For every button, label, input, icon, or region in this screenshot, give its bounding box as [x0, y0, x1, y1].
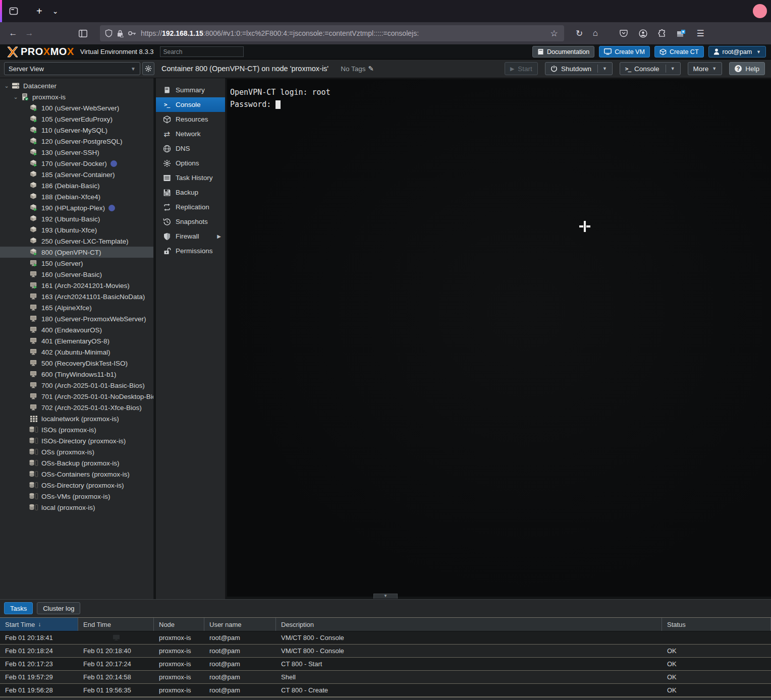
tree-item[interactable]: 800 (OpenVPN-CT)	[0, 247, 153, 258]
tree-item[interactable]: 150 (uServer)	[0, 258, 153, 269]
column-header-status[interactable]: Status	[662, 618, 771, 631]
pve-search-input[interactable]	[160, 46, 244, 57]
menu-item-network[interactable]: ⇄Network	[156, 127, 225, 141]
tree-item[interactable]: 250 (uServer-LXC-Template)	[0, 236, 153, 247]
tab-cluster-log[interactable]: Cluster log	[37, 602, 80, 614]
tree-item[interactable]: ⌄Datacenter	[0, 80, 153, 91]
reload-button[interactable]: ↻	[571, 25, 587, 41]
back-button[interactable]: ←	[5, 25, 21, 41]
create-vm-button[interactable]: Create VM	[599, 46, 650, 57]
profile-avatar[interactable]	[753, 4, 767, 18]
column-header-start-time[interactable]: Start Time↓	[0, 618, 78, 631]
home-button[interactable]: ⌂	[587, 25, 603, 41]
pocket-icon[interactable]	[616, 25, 632, 41]
menu-item-options[interactable]: Options	[156, 156, 225, 170]
menu-item-console[interactable]: >_Console	[156, 97, 225, 112]
tree-item[interactable]: 186 (Debian-Basic)	[0, 180, 153, 191]
expander-collapse-icon[interactable]: ⌄	[3, 83, 10, 89]
menu-item-task-history[interactable]: Task History	[156, 170, 225, 185]
tree-item[interactable]: 165 (AlpineXfce)	[0, 302, 153, 313]
expander-collapse-icon[interactable]: ⌄	[12, 94, 19, 100]
menu-item-resources[interactable]: Resources	[156, 112, 225, 127]
task-row[interactable]: Feb 01 20:17:23Feb 01 20:17:24proxmox-is…	[0, 658, 771, 671]
account-icon[interactable]	[635, 25, 651, 41]
tree-item[interactable]: 161 (Arch-20241201-Movies)	[0, 280, 153, 291]
sidebar-toggle-icon[interactable]	[75, 25, 91, 41]
tree-item[interactable]: 130 (uServer-SSH)	[0, 147, 153, 158]
tree-item[interactable]: local (proxmox-is)	[0, 502, 153, 513]
tree-item[interactable]: 105 (uServerEduProxy)	[0, 113, 153, 125]
chevron-down-icon[interactable]: ▼	[671, 66, 675, 71]
key-icon[interactable]	[128, 30, 137, 36]
tree-item[interactable]: 170 (uServer-Docker)	[0, 158, 153, 169]
tree-item[interactable]: 188 (Debian-Xfce4)	[0, 191, 153, 202]
tree-item[interactable]: 702 (Arch-2025-01-01-Xfce-Bios)	[0, 402, 153, 413]
help-button[interactable]: ? Help	[729, 62, 765, 75]
column-header-description[interactable]: Description	[276, 618, 662, 631]
panel-splitter-handle[interactable]: ▼	[373, 594, 398, 599]
start-button[interactable]: ▶ Start	[505, 62, 538, 75]
tree-item[interactable]: 500 (RecoveryDiskTest-ISO)	[0, 358, 153, 369]
menu-item-snapshots[interactable]: Snapshots	[156, 214, 225, 229]
tree-item[interactable]: 192 (Ubuntu-Basic)	[0, 213, 153, 224]
task-row[interactable]: Feb 01 20:18:41proxmox-isroot@pamVM/CT 8…	[0, 631, 771, 645]
tree-item[interactable]: OSs (proxmox-is)	[0, 446, 153, 457]
tree-item[interactable]: 185 (aServer-Container)	[0, 169, 153, 180]
extensions-puzzle-icon[interactable]	[654, 25, 670, 41]
new-tab-button[interactable]: +	[36, 6, 42, 17]
tree-item[interactable]: 120 (uServer-PostgreSQL)	[0, 136, 153, 147]
forward-button[interactable]: →	[21, 25, 37, 41]
menu-item-replication[interactable]: Replication	[156, 200, 225, 214]
tree-item[interactable]: 700 (Arch-2025-01-01-Basic-Bios)	[0, 380, 153, 391]
url-bar[interactable]: https://192.168.1.15:8006/#v1:0:=lxc%2F8…	[100, 25, 564, 41]
tree-item[interactable]: 160 (uServer-Basic)	[0, 269, 153, 280]
view-selector-dropdown[interactable]: Server View ▼	[4, 62, 140, 75]
tree-settings-button[interactable]	[142, 62, 154, 75]
tree-item[interactable]: 600 (TinyWindows11-b1)	[0, 369, 153, 380]
tree-item[interactable]: OSs-Directory (proxmox-is)	[0, 480, 153, 491]
tree-item[interactable]: 110 (uServer-MySQL)	[0, 125, 153, 136]
menu-item-backup[interactable]: Backup	[156, 185, 225, 200]
task-row[interactable]: Feb 01 19:57:29Feb 01 20:14:58proxmox-is…	[0, 671, 771, 684]
tree-item[interactable]: 180 (uServer-ProxmoxWebServer)	[0, 313, 153, 324]
tree-item[interactable]: 400 (EndeavourOS)	[0, 324, 153, 335]
tree-item[interactable]: OSs-VMs (proxmox-is)	[0, 491, 153, 502]
tree-item[interactable]: ⌄proxmox-is	[0, 91, 153, 102]
tab-list-button[interactable]: ⌄	[52, 7, 59, 15]
tree-item[interactable]: 401 (ElementaryOS-8)	[0, 335, 153, 346]
shield-icon[interactable]	[105, 29, 113, 37]
lock-warning-icon[interactable]	[117, 29, 124, 37]
documentation-button[interactable]: Documentation	[532, 46, 594, 57]
create-ct-button[interactable]: Create CT	[654, 46, 704, 57]
bookmark-star-icon[interactable]: ☆	[549, 25, 559, 41]
tags-area[interactable]: No Tags ✎	[341, 65, 374, 73]
firefox-view-icon[interactable]	[5, 4, 22, 19]
menu-item-summary[interactable]: Summary	[156, 83, 225, 97]
tree-item[interactable]: 190 (HPLaptop-Plex)	[0, 202, 153, 213]
task-row[interactable]: Feb 01 20:18:24Feb 01 20:18:40proxmox-is…	[0, 645, 771, 658]
tree-item[interactable]: 402 (Xubuntu-Minimal)	[0, 346, 153, 358]
edit-tags-pencil-icon[interactable]: ✎	[368, 65, 373, 73]
chevron-down-icon[interactable]: ▼	[602, 66, 607, 71]
tab-tasks[interactable]: Tasks	[4, 602, 33, 614]
more-button[interactable]: More ▼	[688, 62, 723, 75]
tree-item[interactable]: 163 (Arch20241101-BasicNoData)	[0, 291, 153, 302]
menu-item-permissions[interactable]: Permissions	[156, 244, 225, 258]
tree-item[interactable]: 193 (Ubuntu-Xfce)	[0, 224, 153, 236]
task-row[interactable]: Feb 01 19:56:28Feb 01 19:56:35proxmox-is…	[0, 684, 771, 697]
user-menu-button[interactable]: root@pam ▼	[708, 46, 766, 57]
menu-item-dns[interactable]: DNS	[156, 141, 225, 156]
column-header-end-time[interactable]: End Time	[78, 618, 154, 631]
column-header-node[interactable]: Node	[154, 618, 204, 631]
vnc-console[interactable]: OpenVPN-CT login: root Password:	[227, 79, 771, 597]
hamburger-menu-icon[interactable]: ☰	[692, 25, 708, 41]
tree-item[interactable]: localnetwork (proxmox-is)	[0, 413, 153, 424]
extension-badge-icon[interactable]	[673, 25, 689, 41]
tree-item[interactable]: OSs-Containers (proxmox-is)	[0, 469, 153, 480]
shutdown-button[interactable]: Shutdown ▼	[545, 62, 613, 75]
column-header-user-name[interactable]: User name	[204, 618, 276, 631]
console-button[interactable]: >_ Console ▼	[620, 62, 681, 75]
tree-item[interactable]: OSs-Backup (proxmox-is)	[0, 457, 153, 469]
tree-item[interactable]: ISOs-Directory (proxmox-is)	[0, 435, 153, 446]
tree-item[interactable]: ISOs (proxmox-is)	[0, 424, 153, 435]
